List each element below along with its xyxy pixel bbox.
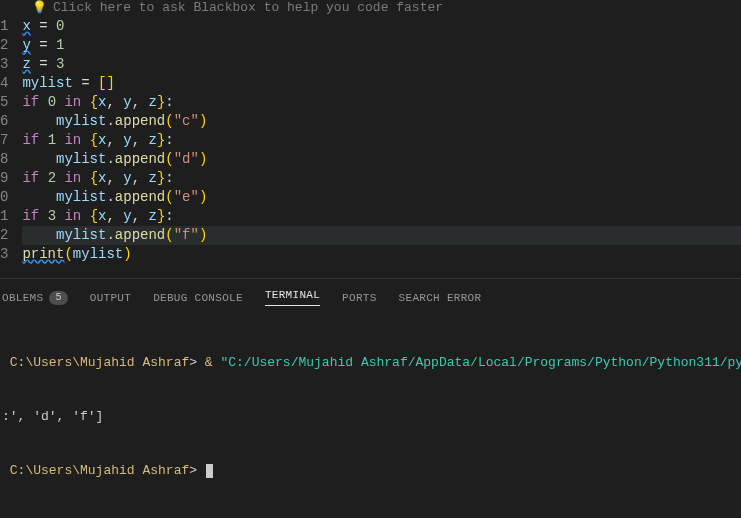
tab-terminal[interactable]: TERMINAL <box>265 289 320 306</box>
bottom-panel: OBLEMS 5 OUTPUT DEBUG CONSOLE TERMINAL P… <box>0 278 741 518</box>
blackbox-hint-bar[interactable]: 💡 Click here to ask Blackbox to help you… <box>0 0 741 17</box>
panel-tabs: OBLEMS 5 OUTPUT DEBUG CONSOLE TERMINAL P… <box>0 279 741 312</box>
line-gutter: 1 2 3 4 5 6 7 8 9 0 1 2 3 <box>0 17 22 264</box>
terminal-command: "C:/Users/Mujahid Ashraf/AppData/Local/P… <box>220 355 741 370</box>
code-content[interactable]: x = 0 y = 1 z = 3 mylist = [] if 0 in {x… <box>22 17 741 264</box>
lightbulb-icon: 💡 <box>32 0 47 15</box>
code-line: mylist.append("f") <box>22 226 741 245</box>
terminal-prompt-path: C:\Users\Mujahid Ashraf <box>2 355 189 370</box>
tab-search-error[interactable]: SEARCH ERROR <box>399 292 482 304</box>
code-line: if 3 in {x, y, z}: <box>22 207 741 226</box>
code-line: mylist.append("d") <box>22 150 741 169</box>
tab-output[interactable]: OUTPUT <box>90 292 131 304</box>
code-line: x = 0 <box>22 17 741 36</box>
code-line: if 2 in {x, y, z}: <box>22 169 741 188</box>
code-line: y = 1 <box>22 36 741 55</box>
terminal-prompt-path: C:\Users\Mujahid Ashraf <box>2 463 189 478</box>
code-line: if 1 in {x, y, z}: <box>22 131 741 150</box>
code-editor[interactable]: 1 2 3 4 5 6 7 8 9 0 1 2 3 x = 0 y = 1 z … <box>0 17 741 264</box>
hint-text: Click here to ask Blackbox to help you c… <box>53 0 443 15</box>
code-line: if 0 in {x, y, z}: <box>22 93 741 112</box>
code-line: mylist.append("e") <box>22 188 741 207</box>
terminal-output: :', 'd', 'f'] <box>2 408 739 426</box>
problems-badge: 5 <box>49 291 67 305</box>
tab-ports[interactable]: PORTS <box>342 292 377 304</box>
terminal-content[interactable]: C:\Users\Mujahid Ashraf> & "C:/Users/Muj… <box>0 312 741 518</box>
terminal-cursor <box>206 464 213 478</box>
tab-debug-console[interactable]: DEBUG CONSOLE <box>153 292 243 304</box>
code-line: z = 3 <box>22 55 741 74</box>
tab-problems[interactable]: OBLEMS 5 <box>2 291 68 305</box>
code-line: mylist.append("c") <box>22 112 741 131</box>
code-line: print(mylist) <box>22 245 741 264</box>
code-line: mylist = [] <box>22 74 741 93</box>
